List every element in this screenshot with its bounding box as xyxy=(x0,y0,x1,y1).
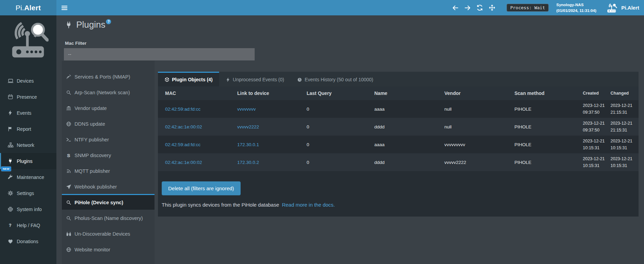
new-badge: NEW xyxy=(1,167,11,171)
back-icon[interactable] xyxy=(449,0,461,15)
table-row: 02:42:59:ad:fd:cc vvvvvvvv 0 aaaa null P… xyxy=(158,100,639,118)
col-header-link: Link to device xyxy=(230,86,299,100)
tab-unprocessed-events[interactable]: Unprocessed Events (0) xyxy=(219,72,291,86)
sidebar-item-help-faq[interactable]: ? Help / FAQ xyxy=(0,217,56,233)
plugin-item-label: NTFY publisher xyxy=(75,137,109,142)
table-row: 02:42:59:ad:fd:cc 172.30.0.1 0 aaaa vvvv… xyxy=(158,136,639,153)
terminal-icon xyxy=(66,137,75,142)
changed-cell: 2023-12-2121:15:31 xyxy=(606,100,639,118)
mac-link[interactable]: 02:42:59:ad:fd:cc xyxy=(165,142,201,147)
sidebar-item-devices[interactable]: Devices xyxy=(0,73,56,89)
docs-link[interactable]: Read more in the docs. xyxy=(282,202,335,208)
plugin-description-text: This plugin syncs devices from the PiHol… xyxy=(162,202,279,208)
satellite-dish-icon xyxy=(66,74,75,80)
table-row: 02:42:ac:1e:00:02 vvvvv2222 0 dddd null … xyxy=(158,118,639,136)
rss-icon xyxy=(66,168,75,174)
last-query-cell: 0 xyxy=(299,100,367,118)
device-link[interactable]: 172.30.0.2 xyxy=(237,160,259,165)
name-cell: aaaa xyxy=(367,136,437,153)
plugin-item-vendor-update[interactable]: Vendor update xyxy=(62,100,155,115)
plugin-item-ddns-update[interactable]: DDNS update xyxy=(62,115,155,131)
plugin-item-label: Webhook publisher xyxy=(75,184,117,190)
forward-icon[interactable] xyxy=(461,0,474,15)
process-status-badge: Process: Wait xyxy=(507,4,549,12)
device-link[interactable]: 172.30.0.1 xyxy=(237,142,259,147)
sidebar-item-label: Presence xyxy=(17,94,37,100)
help-badge[interactable]: ? xyxy=(106,19,111,24)
scan-method-cell: PIHOLE xyxy=(507,118,578,136)
binoculars-icon xyxy=(66,231,75,237)
sidebar-item-events[interactable]: Events xyxy=(0,105,56,121)
col-header-created: Created xyxy=(578,86,606,100)
calendar-icon xyxy=(8,94,17,100)
plugin-item-label: Pholus-Scan (Name discovery) xyxy=(75,216,143,221)
search-icon xyxy=(66,90,75,95)
sidebar-item-system-info[interactable]: System info xyxy=(0,201,56,217)
plugin-item-website-monitor[interactable]: Website monitor xyxy=(62,241,155,257)
plugin-item-label: Un-Discoverable Devices xyxy=(75,231,130,237)
device-link[interactable]: vvvvvvvv xyxy=(237,107,256,112)
plugin-item-ntfy-publisher[interactable]: NTFY publisher xyxy=(62,131,155,147)
plugin-item-arp-scan[interactable]: Arp-Scan (Network scan) xyxy=(62,84,155,100)
plugin-item-webhook-publisher[interactable]: Webhook publisher xyxy=(62,178,155,194)
mac-link[interactable]: 02:42:ac:1e:00:02 xyxy=(165,160,202,165)
sidebar-item-maintenance[interactable]: NEW Maintenance xyxy=(0,169,56,185)
sidebar-item-label: Network xyxy=(17,142,34,148)
sidebar-item-network[interactable]: Network xyxy=(0,137,56,153)
mac-link[interactable]: 02:42:59:ad:fd:cc xyxy=(165,107,201,112)
scan-method-cell: PIHOLE xyxy=(507,100,578,118)
plugin-objects-table: MAC Link to device Last Query Name Vendo… xyxy=(158,86,639,171)
plugin-description: This plugin syncs devices from the PiHol… xyxy=(162,202,639,208)
col-header-scan-method: Scan method xyxy=(507,86,578,100)
move-icon[interactable] xyxy=(486,0,498,15)
question-icon: ? xyxy=(8,222,17,228)
s-letter-icon: S xyxy=(66,153,75,158)
sidebar-item-presence[interactable]: Presence xyxy=(0,89,56,105)
col-header-last-query: Last Query xyxy=(299,86,367,100)
gear-icon xyxy=(8,190,17,196)
delete-all-button[interactable]: Delete all (filters are ignored) xyxy=(162,181,241,195)
sidebar-item-settings[interactable]: Settings xyxy=(0,185,56,201)
tab-bar: Plugin Objects (4) Unprocessed Events (0… xyxy=(158,72,639,86)
svg-text:?: ? xyxy=(9,223,11,228)
topbar-brand-label: Pi.Alert xyxy=(621,5,639,11)
router-scan-logo xyxy=(0,15,56,73)
hamburger-menu-icon[interactable] xyxy=(56,0,72,15)
sitemap-icon xyxy=(8,142,17,148)
scan-method-cell: PIHOLE xyxy=(507,153,578,171)
created-cell: 2023-12-2110:15:31 xyxy=(578,136,606,153)
plugin-item-label: Vendor update xyxy=(75,106,107,111)
tab-plugin-objects[interactable]: Plugin Objects (4) xyxy=(158,72,219,86)
sidebar-item-report[interactable]: Report xyxy=(0,121,56,137)
vendor-cell: null xyxy=(437,100,507,118)
app-logo[interactable]: Pi.Alert xyxy=(0,0,56,15)
clock-icon xyxy=(297,77,302,82)
plugin-item-undiscoverable-devices[interactable]: Un-Discoverable Devices xyxy=(62,225,155,241)
plugin-item-pihole-device-sync[interactable]: PiHole (Device sync) xyxy=(62,194,155,210)
plugin-item-mqtt-publisher[interactable]: MQTT publisher xyxy=(62,163,155,178)
plugin-item-label: Arp-Scan (Network scan) xyxy=(75,90,130,95)
laptop-icon xyxy=(8,78,17,84)
refresh-icon[interactable] xyxy=(474,0,486,15)
plugin-item-snmp-discovery[interactable]: S SNMP discovery xyxy=(62,147,155,163)
plugin-item-pholus-scan[interactable]: Pholus-Scan (Name discovery) xyxy=(62,210,155,225)
device-link[interactable]: vvvvv2222 xyxy=(237,124,259,129)
table-row: 02:42:ac:1e:00:02 172.30.0.2 0 dddd vvvv… xyxy=(158,153,639,171)
sidebar-item-label: Donations xyxy=(17,239,38,244)
tab-label: Unprocessed Events (0) xyxy=(233,77,284,82)
created-cell: 2023-12-2110:15:31 xyxy=(578,153,606,171)
mac-link[interactable]: 02:42:ac:1e:00:02 xyxy=(165,124,202,129)
tab-events-history[interactable]: Events History (50 out of 10000) xyxy=(291,72,380,86)
created-cell: 2023-12-2109:37:50 xyxy=(578,100,606,118)
plug-icon xyxy=(8,158,17,164)
plugin-item-services-ports-nmap[interactable]: Services & Ports (NMAP) xyxy=(62,68,155,84)
sidebar-item-donations[interactable]: Donations xyxy=(0,233,56,249)
col-header-name: Name xyxy=(367,86,437,100)
vendor-cell: null xyxy=(437,118,507,136)
mac-filter-input[interactable] xyxy=(64,48,255,60)
router-scan-icon xyxy=(606,3,618,13)
host-datetime: (01/01/2024, 11:31:04) xyxy=(556,8,596,13)
sidebar-item-label: Plugins xyxy=(17,158,32,164)
plugin-item-label: MQTT publisher xyxy=(75,168,110,174)
changed-cell: 2023-12-2110:15:31 xyxy=(606,136,639,153)
